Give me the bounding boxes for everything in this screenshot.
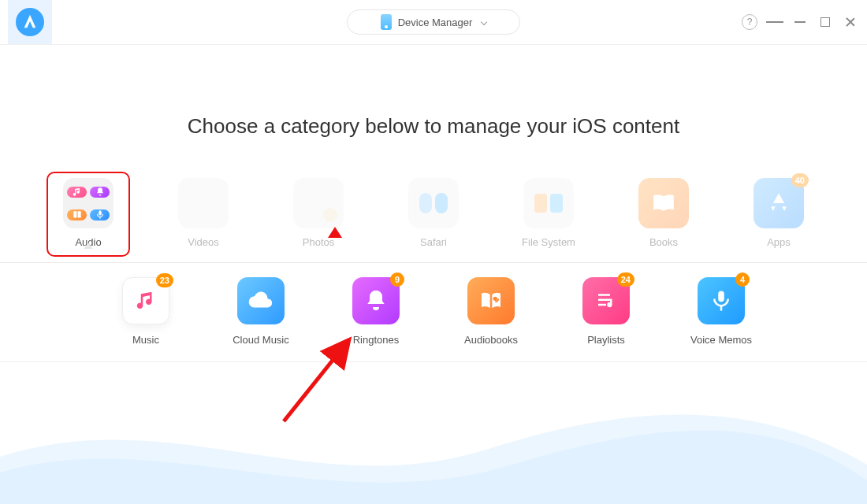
sub-cloud-music[interactable]: Cloud Music (225, 277, 296, 346)
category-apps[interactable]: 40 Apps (743, 178, 814, 248)
count-badge: 24 (617, 272, 634, 287)
logo-a-icon (21, 13, 39, 31)
sub-ringtones[interactable]: 9 Ringtones (340, 277, 411, 346)
help-button[interactable]: ? (741, 13, 758, 31)
minimize-icon (794, 21, 806, 23)
sub-voice-memos[interactable]: 4 Voice Memos (686, 277, 757, 346)
flower-icon (320, 208, 340, 222)
phone-icon (381, 14, 392, 30)
category-photos[interactable]: Photos (283, 178, 354, 248)
appstore-icon (765, 190, 792, 217)
category-photos-tile (293, 178, 344, 228)
category-label: Books (649, 236, 678, 248)
sub-voice-tile: 4 (698, 277, 745, 324)
category-label: File System (522, 236, 575, 248)
bell-icon (90, 187, 110, 198)
sub-playlists[interactable]: 24 Playlists (571, 277, 642, 346)
category-books[interactable]: Books (628, 178, 699, 248)
sub-music-tile: 23 (122, 277, 169, 324)
category-audio[interactable]: Audio (53, 178, 124, 248)
category-filesystem[interactable]: File System (513, 178, 584, 248)
close-icon (845, 17, 856, 28)
subcategory-band: 23 Music Cloud Music 9 Ringtones Audiobo… (0, 262, 867, 362)
app-logo-circle (16, 8, 44, 36)
device-dropdown-label: Device Manager (398, 17, 473, 28)
music-note-icon (134, 289, 158, 313)
count-badge: 9 (390, 272, 404, 287)
doc-icon (534, 194, 547, 213)
minimize-button[interactable] (791, 13, 809, 31)
microphone-icon (90, 209, 110, 220)
sub-label: Ringtones (353, 334, 400, 346)
book-open-icon (650, 190, 677, 217)
category-audio-tile (63, 178, 113, 228)
category-filesystem-tile (523, 178, 574, 228)
window-controls: ? (741, 13, 859, 31)
divider (0, 44, 867, 45)
title-bar: Device Manager ? (0, 0, 867, 44)
category-books-tile (638, 178, 689, 228)
microphone-icon (709, 289, 733, 313)
count-badge: 4 (735, 272, 750, 287)
category-row: Audio Videos Photos Safari (0, 178, 867, 262)
category-videos[interactable]: Videos (168, 178, 239, 248)
sub-label: Music (132, 334, 159, 346)
question-icon: ? (742, 14, 757, 30)
category-safari[interactable]: Safari (398, 178, 469, 248)
sub-label: Voice Memos (690, 334, 752, 346)
playlist-icon (594, 289, 618, 313)
cloud-icon (247, 287, 274, 314)
maximize-button[interactable] (817, 13, 834, 31)
sub-label: Audiobooks (464, 334, 518, 346)
app-logo (8, 0, 52, 44)
pill-icon (435, 193, 448, 213)
sub-music[interactable]: 23 Music (110, 277, 181, 346)
connector-caret (84, 243, 93, 249)
chevron-down-icon (481, 19, 487, 25)
sub-audiobooks-tile (467, 277, 515, 324)
sub-ringtones-tile: 9 (352, 277, 400, 324)
background-waves (0, 394, 867, 504)
count-badge: 40 (791, 173, 809, 187)
close-button[interactable] (842, 13, 859, 31)
subcategory-row: 23 Music Cloud Music 9 Ringtones Audiobo… (0, 277, 867, 346)
category-label: Photos (303, 236, 334, 248)
pill-icon (419, 193, 432, 213)
audiobook-icon (67, 209, 87, 220)
menu-button[interactable] (766, 13, 783, 31)
category-label: Apps (767, 236, 791, 248)
category-apps-tile: 40 (754, 178, 804, 228)
page-title: Choose a category below to manage your i… (0, 114, 867, 139)
sub-playlists-tile: 24 (582, 277, 630, 324)
svg-point-0 (493, 297, 497, 301)
audiobook-icon (478, 288, 504, 313)
device-dropdown[interactable]: Device Manager (347, 9, 520, 35)
category-videos-tile (178, 178, 229, 228)
sub-label: Cloud Music (233, 334, 289, 346)
category-label: Videos (188, 236, 219, 248)
category-label: Safari (420, 236, 447, 248)
bell-icon (363, 288, 389, 313)
sub-label: Playlists (587, 334, 625, 346)
sub-cloud-tile (237, 277, 285, 324)
maximize-icon (820, 17, 830, 27)
sub-audiobooks[interactable]: Audiobooks (456, 277, 527, 346)
category-safari-tile (408, 178, 459, 228)
annotation-caret (328, 227, 342, 238)
count-badge: 23 (156, 273, 173, 287)
music-note-icon (67, 187, 87, 198)
doc-icon (550, 194, 563, 213)
